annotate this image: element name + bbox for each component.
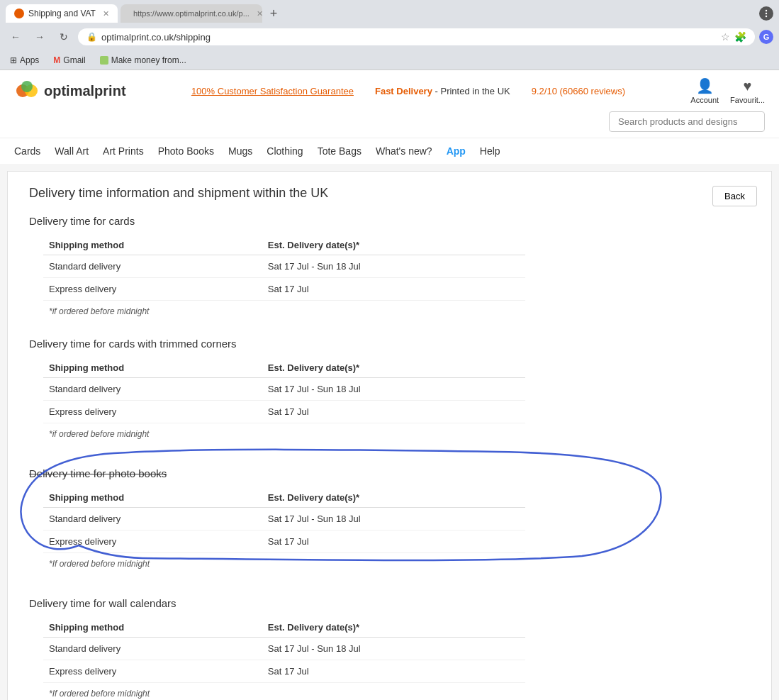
favourites-label: Favourit... [730,96,765,104]
section-cards: Delivery time for cards Shipping method … [29,215,750,316]
table-row: Standard delivery Sat 17 Jul - Sun 18 Ju… [43,508,525,530]
bookmark-apps[interactable]: ⊞ Apps [6,54,43,67]
header-badges: 100% Customer Satisfaction Guarantee Fas… [126,86,691,96]
col-date-header: Est. Delivery date(s)* [262,358,525,378]
nav-clothing[interactable]: Clothing [267,138,303,164]
search-input[interactable] [609,111,765,132]
logo-icon [14,78,40,104]
tab-optimalprint[interactable]: https://www.optimalprint.co.uk/p... ✕ [121,4,262,23]
footnote-cards-trimmed: *if ordered before midnight [49,429,750,439]
method-cell: Standard delivery [43,638,262,660]
nav-help[interactable]: Help [480,138,500,164]
nav-cards[interactable]: Cards [14,138,40,164]
guarantee-badge[interactable]: 100% Customer Satisfaction Guarantee [191,86,354,96]
browser-frame: Shipping and VAT ✕ https://www.optimalpr… [0,0,779,70]
section-wall-calendars: Delivery time for wall calendars Shippin… [29,597,750,699]
col-method-header: Shipping method [43,235,262,255]
cards-trimmed-table: Shipping method Est. Delivery date(s)* S… [43,358,525,423]
svg-point-0 [766,10,767,11]
delivery-rest: - Printed in the UK [435,86,510,96]
extensions-icon[interactable]: 🧩 [734,31,746,43]
nav-whats-new[interactable]: What's new? [376,138,432,164]
logo-text: optimalprint [44,83,126,99]
refresh-button[interactable]: ↻ [54,27,74,47]
lock-icon: 🔒 [86,32,97,42]
tab-shipping[interactable]: Shipping and VAT ✕ [6,4,118,23]
col-date-header: Est. Delivery date(s)* [262,618,525,638]
favourites-button[interactable]: ♥ Favourit... [730,78,765,104]
back-button[interactable]: Back [712,186,757,206]
logo[interactable]: optimalprint [14,78,126,104]
svg-point-1 [766,13,767,14]
address-bar[interactable]: 🔒 optimalprint.co.uk/shipping ☆ 🧩 [78,28,755,45]
table-row: Standard delivery Sat 17 Jul - Sun 18 Ju… [43,638,525,660]
tab-close-optimalprint[interactable]: ✕ [257,9,263,18]
svg-point-2 [766,16,767,17]
date-cell: Sat 17 Jul - Sun 18 Jul [262,638,525,660]
bookmark-gmail-label: Gmail [63,55,85,65]
header-right: 👤 Account ♥ Favourit... [690,77,765,104]
bookmark-gmail[interactable]: M Gmail [49,54,89,67]
section-cards-trimmed-title: Delivery time for cards with trimmed cor… [29,338,750,350]
nav-photo-books[interactable]: Photo Books [158,138,214,164]
apps-icon: ⊞ [10,55,17,65]
section-cards-title: Delivery time for cards [29,215,750,227]
svg-point-5 [21,81,33,92]
section-wall-calendars-title: Delivery time for wall calendars [29,597,750,609]
tab-favicon-shipping [14,9,24,18]
back-button[interactable]: ← [6,27,26,47]
table-row: Express delivery Sat 17 Jul [43,660,525,683]
browser-toolbar: ← → ↻ 🔒 optimalprint.co.uk/shipping ☆ 🧩 … [0,23,779,51]
method-cell: Express delivery [43,278,262,301]
table-row: Standard delivery Sat 17 Jul - Sun 18 Ju… [43,255,525,278]
forward-button[interactable]: → [30,27,50,47]
method-cell: Standard delivery [43,378,262,401]
bookmark-money-favicon [100,56,108,65]
date-cell: Sat 17 Jul - Sun 18 Jul [262,508,525,530]
nav-tote-bags[interactable]: Tote Bags [318,138,362,164]
tab-url-optimalprint: https://www.optimalprint.co.uk/p... [133,9,250,18]
nav-wall-art[interactable]: Wall Art [55,138,89,164]
col-method-header: Shipping method [43,488,262,508]
new-tab-button[interactable]: + [265,5,282,22]
col-method-header: Shipping method [43,618,262,638]
tab-title-shipping: Shipping and VAT [28,9,96,18]
date-cell: Sat 17 Jul [262,278,525,301]
method-cell: Express delivery [43,660,262,683]
bookmark-apps-label: Apps [20,55,39,65]
table-row: Express delivery Sat 17 Jul [43,401,525,423]
rating-badge[interactable]: 9.2/10 (60660 reviews) [532,86,625,96]
date-cell: Sat 17 Jul [262,401,525,423]
tab-close-shipping[interactable]: ✕ [103,9,109,18]
main-nav: Cards Wall Art Art Prints Photo Books Mu… [0,138,779,164]
bookmark-money-label: Make money from... [111,55,186,65]
nav-app[interactable]: App [447,138,466,164]
account-label: Account [690,96,719,104]
photo-books-table: Shipping method Est. Delivery date(s)* S… [43,488,525,553]
bookmark-money[interactable]: Make money from... [96,54,191,67]
gmail-icon: M [53,55,60,65]
profile-icon[interactable]: G [759,30,773,44]
account-button[interactable]: 👤 Account [690,77,719,104]
nav-art-prints[interactable]: Art Prints [103,138,144,164]
browser-menu-icon[interactable] [759,6,773,21]
website: optimalprint 100% Customer Satisfaction … [0,70,779,164]
wall-calendars-table: Shipping method Est. Delivery date(s)* S… [43,618,525,683]
footnote-cards: *if ordered before midnight [49,306,750,316]
date-cell: Sat 17 Jul - Sun 18 Jul [262,255,525,278]
nav-mugs[interactable]: Mugs [228,138,252,164]
method-cell: Standard delivery [43,508,262,530]
favourites-icon: ♥ [744,78,752,94]
col-method-header: Shipping method [43,358,262,378]
browser-titlebar: Shipping and VAT ✕ https://www.optimalpr… [0,0,779,23]
bookmarks-bar: ⊞ Apps M Gmail Make money from... [0,51,779,70]
browser-actions: G [759,30,773,44]
col-date-header: Est. Delivery date(s)* [262,235,525,255]
bookmark-star-icon[interactable]: ☆ [721,31,730,43]
page-title: Delivery time information and shipment w… [29,186,750,201]
cards-table: Shipping method Est. Delivery date(s)* S… [43,235,525,301]
footnote-wall-calendars: *If ordered before midnight [49,689,750,699]
page-content: Delivery time information and shipment w… [7,171,772,700]
date-cell: Sat 17 Jul [262,530,525,553]
date-cell: Sat 17 Jul - Sun 18 Jul [262,378,525,401]
